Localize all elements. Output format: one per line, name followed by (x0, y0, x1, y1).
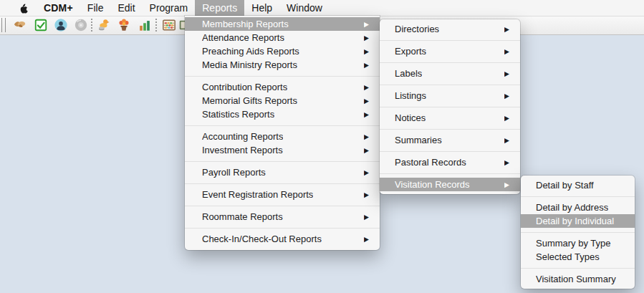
menu-item-label: Selected Types (536, 251, 600, 262)
menubar-item-window[interactable]: Window (279, 0, 330, 16)
menubar-item-help[interactable]: Help (244, 0, 279, 16)
menu-separator (185, 206, 380, 206)
menu-item-label: Visitation Records (395, 179, 470, 190)
duck-funds-icon[interactable] (97, 18, 111, 32)
menu-item-detail-by-staff[interactable]: Detail by Staff (521, 178, 635, 192)
menu-item-statistics-reports[interactable]: Statistics Reports▶ (185, 107, 380, 121)
menu-separator (521, 232, 635, 233)
menu-separator (185, 183, 380, 184)
submenu-arrow-icon: ▶ (504, 92, 509, 100)
menu-item-labels[interactable]: Labels▶ (380, 67, 520, 80)
menu-separator (185, 125, 380, 126)
menu-item-contribution-reports[interactable]: Contribution Reports▶ (185, 80, 380, 94)
checklist-icon[interactable] (34, 18, 48, 32)
menu-item-memorial-gifts-reports[interactable]: Memorial Gifts Reports▶ (185, 94, 380, 107)
submenu-arrow-icon: ▶ (504, 158, 509, 166)
menu-item-label: Pastoral Records (395, 157, 466, 168)
menu-item-summary-by-type[interactable]: Summary by Type (521, 236, 635, 250)
visitation-records-submenu: Detail by StaffDetail by AddressDetail b… (521, 176, 635, 289)
menu-separator (185, 76, 380, 77)
person-icon[interactable] (54, 18, 68, 32)
app-window: CDM+FileEditProgramReportsHelpWindow (0, 0, 644, 293)
bar-chart-icon[interactable] (138, 18, 152, 32)
menu-item-membership-reports[interactable]: Membership Reports▶ (185, 17, 380, 31)
menu-item-summaries[interactable]: Summaries▶ (380, 133, 520, 147)
submenu-arrow-icon: ▶ (364, 83, 369, 91)
menu-item-payroll-reports[interactable]: Payroll Reports▶ (185, 165, 380, 179)
menu-separator (380, 62, 520, 63)
menu-item-pastoral-records[interactable]: Pastoral Records▶ (380, 155, 520, 169)
submenu-arrow-icon: ▶ (364, 61, 369, 69)
menubar-item-program[interactable]: Program (143, 0, 196, 16)
menu-item-media-ministry-reports[interactable]: Media Ministry Reports▶ (185, 58, 380, 72)
menu-item-label: Notices (395, 112, 426, 123)
submenu-arrow-icon: ▶ (504, 25, 509, 33)
menu-separator (185, 161, 380, 162)
submenu-arrow-icon: ▶ (364, 133, 369, 140)
toolbar-drag-handle[interactable] (1, 18, 6, 32)
menu-item-attendance-reports[interactable]: Attendance Reports▶ (185, 31, 380, 44)
menu-item-label: Exports (395, 46, 426, 57)
menu-separator (380, 40, 520, 41)
submenu-arrow-icon: ▶ (364, 97, 369, 105)
menu-item-label: Accounting Reports (202, 131, 283, 142)
menu-item-label: Statistics Reports (202, 109, 274, 120)
menu-item-label: Preaching Aids Reports (202, 46, 299, 57)
submenu-arrow-icon: ▶ (364, 146, 369, 154)
handshake-icon[interactable] (13, 18, 27, 32)
membership-reports-submenu: Directories▶Exports▶Labels▶Listings▶Noti… (380, 19, 520, 194)
submenu-arrow-icon: ▶ (364, 47, 369, 55)
menu-item-label: Detail by Staff (536, 180, 594, 191)
menu-item-label: Membership Reports (202, 19, 289, 29)
submenu-arrow-icon: ▶ (364, 110, 369, 118)
menu-item-event-registration-reports[interactable]: Event Registration Reports▶ (185, 188, 380, 201)
menu-item-label: Roommate Reports (202, 211, 283, 222)
abacus-icon[interactable] (162, 18, 176, 32)
menubar-item-file[interactable]: File (80, 0, 111, 16)
submenu-arrow-icon: ▶ (504, 69, 509, 77)
menu-item-label: Labels (395, 68, 422, 79)
menu-item-detail-by-address[interactable]: Detail by Address (521, 201, 635, 214)
submenu-arrow-icon: ▶ (364, 20, 369, 28)
flower-pot-icon[interactable] (117, 18, 131, 32)
menu-item-investment-reports[interactable]: Investment Reports▶ (185, 143, 380, 157)
menu-item-label: Investment Reports (202, 145, 283, 155)
menu-item-notices[interactable]: Notices▶ (380, 111, 520, 125)
submenu-arrow-icon: ▶ (504, 181, 509, 188)
menu-item-check-in-check-out-reports[interactable]: Check-In/Check-Out Reports▶ (185, 232, 380, 246)
apple-menu[interactable] (10, 0, 37, 16)
menu-item-label: Summaries (395, 135, 442, 145)
menu-item-selected-types[interactable]: Selected Types (521, 250, 635, 264)
menu-item-preaching-aids-reports[interactable]: Preaching Aids Reports▶ (185, 44, 380, 58)
menu-item-visitation-summary[interactable]: Visitation Summary (521, 272, 635, 286)
apple-logo-icon (19, 2, 28, 14)
menu-item-label: Listings (395, 90, 426, 101)
menu-item-label: Media Ministry Reports (202, 59, 297, 70)
menu-item-directories[interactable]: Directories▶ (380, 22, 520, 36)
toolbar-separator (91, 19, 92, 32)
menu-item-roommate-reports[interactable]: Roommate Reports▶ (185, 210, 380, 224)
submenu-arrow-icon: ▶ (364, 191, 369, 198)
menu-item-label: Check-In/Check-Out Reports (202, 234, 322, 244)
submenu-arrow-icon: ▶ (364, 168, 369, 176)
menu-item-listings[interactable]: Listings▶ (380, 89, 520, 102)
menu-item-label: Payroll Reports (202, 167, 266, 178)
menubar-item-reports[interactable]: Reports (195, 0, 244, 16)
submenu-arrow-icon: ▶ (504, 47, 509, 55)
disc-icon[interactable] (74, 18, 88, 32)
menu-item-detail-by-individual[interactable]: Detail by Individual (521, 214, 635, 228)
menu-separator (380, 85, 520, 85)
menu-item-accounting-reports[interactable]: Accounting Reports▶ (185, 130, 380, 143)
menu-item-visitation-records[interactable]: Visitation Records▶ (380, 178, 520, 191)
menubar-item-cdm[interactable]: CDM+ (37, 0, 80, 16)
submenu-arrow-icon: ▶ (364, 213, 369, 221)
menu-separator (521, 196, 635, 197)
toolbar-separator (155, 19, 157, 32)
menu-separator (521, 268, 635, 269)
menu-item-exports[interactable]: Exports▶ (380, 44, 520, 58)
menu-separator (380, 129, 520, 130)
menu-separator (185, 228, 380, 229)
menubar-item-edit[interactable]: Edit (110, 0, 142, 16)
menu-item-label: Visitation Summary (536, 274, 616, 284)
menu-item-label: Contribution Reports (202, 82, 287, 92)
